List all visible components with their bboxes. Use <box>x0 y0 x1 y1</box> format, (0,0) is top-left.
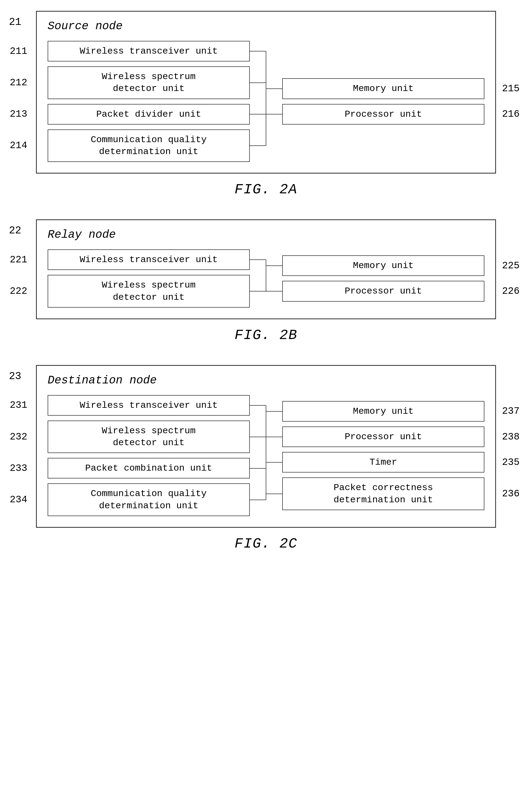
left-unit-row-232: 232Wireless spectrumdetector unit <box>48 421 250 453</box>
node-label-fig2b: Relay node <box>48 228 484 241</box>
ref-label-212: 212 <box>10 77 27 88</box>
right-unit-row-216: Processor unit216 <box>282 104 484 125</box>
ref-label-235: 235 <box>502 457 519 468</box>
ref-label-221: 221 <box>10 254 27 265</box>
ref-label-215: 215 <box>502 83 519 94</box>
node-content-fig2a: 211Wireless transceiver unit212Wireless … <box>48 41 484 162</box>
left-unit-row-234: 234Communication qualitydetermination un… <box>48 483 250 516</box>
caption-fig2c: FIG. 2C <box>234 536 298 552</box>
unit-box-238: Processor unit <box>282 426 484 447</box>
ref-label-211: 211 <box>10 46 27 57</box>
main-container: 21Source node211Wireless transceiver uni… <box>16 11 516 552</box>
unit-box-235: Timer <box>282 452 484 472</box>
node-box-fig2a: Source node211Wireless transceiver unit2… <box>36 11 496 173</box>
unit-box-226: Processor unit <box>282 281 484 301</box>
right-unit-row-236: Packet correctnessdetermination unit236 <box>282 477 484 510</box>
unit-box-221: Wireless transceiver unit <box>48 249 250 270</box>
unit-box-234: Communication qualitydetermination unit <box>48 483 250 516</box>
unit-box-225: Memory unit <box>282 255 484 276</box>
left-unit-row-222: 222Wireless spectrumdetector unit <box>48 275 250 307</box>
ref-label-231: 231 <box>10 400 27 411</box>
connector-area-fig2b <box>250 249 282 308</box>
caption-fig2a: FIG. 2A <box>234 182 298 198</box>
right-unit-row-226: Processor unit226 <box>282 281 484 301</box>
ref-label-214: 214 <box>10 140 27 151</box>
right-unit-row-215: Memory unit215 <box>282 78 484 99</box>
node-box-fig2b: Relay node221Wireless transceiver unit22… <box>36 219 496 319</box>
node-box-fig2c: Destination node231Wireless transceiver … <box>36 365 496 528</box>
figure-fig2b: 22Relay node221Wireless transceiver unit… <box>16 219 516 344</box>
unit-box-216: Processor unit <box>282 104 484 125</box>
ref-label-236: 236 <box>502 488 519 499</box>
right-unit-row-238: Processor unit238 <box>282 426 484 447</box>
left-column-fig2c: 231Wireless transceiver unit232Wireless … <box>48 395 250 516</box>
unit-box-232: Wireless spectrumdetector unit <box>48 421 250 453</box>
diagram-wrapper-fig2a: 21Source node211Wireless transceiver uni… <box>36 11 496 173</box>
left-unit-row-212: 212Wireless spectrumdetector unit <box>48 66 250 99</box>
node-content-fig2b: 221Wireless transceiver unit222Wireless … <box>48 249 484 308</box>
node-content-fig2c: 231Wireless transceiver unit232Wireless … <box>48 395 484 516</box>
right-column-fig2c: Memory unit237Processor unit238Timer235P… <box>282 395 484 516</box>
left-column-fig2b: 221Wireless transceiver unit222Wireless … <box>48 249 250 308</box>
diagram-wrapper-fig2b: 22Relay node221Wireless transceiver unit… <box>36 219 496 319</box>
right-unit-row-237: Memory unit237 <box>282 401 484 422</box>
right-unit-row-235: Timer235 <box>282 452 484 472</box>
connector-area-fig2a <box>250 41 282 162</box>
connector-area-fig2c <box>250 395 282 516</box>
diagram-wrapper-fig2c: 23Destination node231Wireless transceive… <box>36 365 496 528</box>
left-unit-row-231: 231Wireless transceiver unit <box>48 395 250 416</box>
unit-box-233: Packet combination unit <box>48 458 250 479</box>
left-unit-row-211: 211Wireless transceiver unit <box>48 41 250 61</box>
unit-box-212: Wireless spectrumdetector unit <box>48 66 250 99</box>
left-unit-row-233: 233Packet combination unit <box>48 458 250 479</box>
left-unit-row-213: 213Packet divider unit <box>48 104 250 125</box>
figure-fig2c: 23Destination node231Wireless transceive… <box>16 365 516 552</box>
unit-box-214: Communication qualitydetermination unit <box>48 129 250 162</box>
unit-box-236: Packet correctnessdetermination unit <box>282 477 484 510</box>
left-unit-row-221: 221Wireless transceiver unit <box>48 249 250 270</box>
figure-fig2a: 21Source node211Wireless transceiver uni… <box>16 11 516 198</box>
node-ref-23: 23 <box>9 370 21 382</box>
node-label-fig2a: Source node <box>48 20 484 33</box>
unit-box-222: Wireless spectrumdetector unit <box>48 275 250 307</box>
unit-box-215: Memory unit <box>282 78 484 99</box>
caption-fig2b: FIG. 2B <box>234 327 298 344</box>
ref-label-225: 225 <box>502 260 519 271</box>
ref-label-216: 216 <box>502 109 519 120</box>
right-unit-row-225: Memory unit225 <box>282 255 484 276</box>
node-label-fig2c: Destination node <box>48 374 484 387</box>
ref-label-238: 238 <box>502 431 519 443</box>
left-column-fig2a: 211Wireless transceiver unit212Wireless … <box>48 41 250 162</box>
unit-box-213: Packet divider unit <box>48 104 250 125</box>
left-unit-row-214: 214Communication qualitydetermination un… <box>48 129 250 162</box>
ref-label-237: 237 <box>502 406 519 417</box>
node-ref-22: 22 <box>9 225 21 236</box>
ref-label-213: 213 <box>10 109 27 120</box>
unit-box-211: Wireless transceiver unit <box>48 41 250 61</box>
right-column-fig2b: Memory unit225Processor unit226 <box>282 249 484 308</box>
ref-label-222: 222 <box>10 286 27 297</box>
unit-box-231: Wireless transceiver unit <box>48 395 250 416</box>
ref-label-233: 233 <box>10 463 27 474</box>
ref-label-226: 226 <box>502 286 519 297</box>
right-column-fig2a: Memory unit215Processor unit216 <box>282 41 484 162</box>
ref-label-232: 232 <box>10 431 27 443</box>
ref-label-234: 234 <box>10 494 27 505</box>
node-ref-21: 21 <box>9 16 21 28</box>
unit-box-237: Memory unit <box>282 401 484 422</box>
